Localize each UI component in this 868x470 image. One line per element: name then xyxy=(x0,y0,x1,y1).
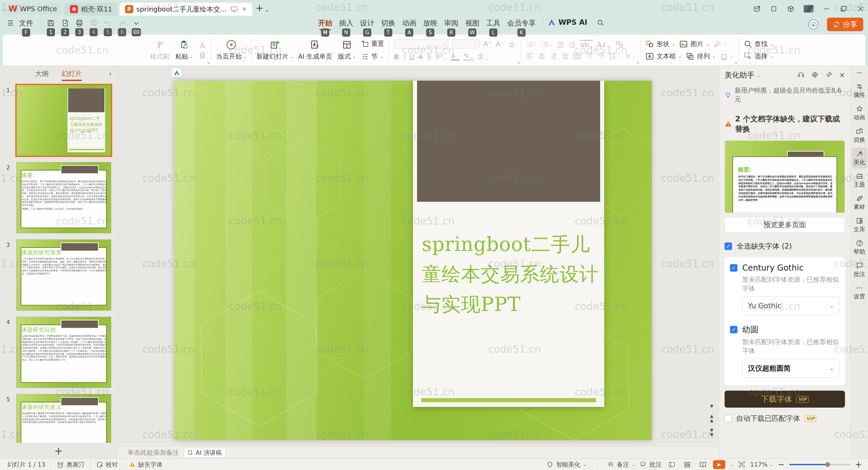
粘贴-button[interactable]: 粘贴⌄ xyxy=(174,39,194,61)
new-tab-button[interactable]: + xyxy=(256,2,263,14)
tab-current-document[interactable]: P springboot二手儿童绘本交... ✕ xyxy=(120,3,252,16)
rail-item-动画[interactable]: 动画 xyxy=(852,103,867,124)
rail-item-设置[interactable]: 设置 xyxy=(852,282,867,303)
comments-button[interactable]: 批注 xyxy=(640,461,662,469)
版式-button[interactable]: 版式⌄ xyxy=(337,39,357,61)
proofread-button[interactable]: 校对 xyxy=(96,461,118,469)
重置-button[interactable]: 重置 xyxy=(361,39,384,48)
slide-thumbnail-3[interactable]: 课题的研究背景二手儿童绘本交易系统主要通过计算机网络，对二手儿童绘本交易系统的信… xyxy=(16,239,111,311)
auto-download-option[interactable]: 自动下载已匹配字体 VIP xyxy=(725,414,845,423)
zoom-out-button[interactable]: − xyxy=(778,461,785,469)
选择-button[interactable]: 选择⌄ xyxy=(744,52,773,61)
print-icon[interactable]: 3 xyxy=(72,17,86,29)
select-all-missing-fonts[interactable]: ✓ 全选缺失字体 (2) xyxy=(725,241,845,251)
ribbon-tab-审阅[interactable]: 审阅R xyxy=(441,17,462,29)
pin-icon[interactable] xyxy=(825,71,832,79)
collapse-rail-icon[interactable]: — xyxy=(856,68,863,76)
minimize-icon[interactable] xyxy=(823,5,831,13)
notes-toggle-button[interactable]: 备注 ⌄ xyxy=(607,461,635,469)
add-slide-button[interactable]: + xyxy=(0,443,117,458)
rail-item-属性[interactable]: 属性 xyxy=(852,80,867,101)
collapse-panel-icon[interactable]: ‹ xyxy=(109,70,112,78)
rail-item-素材[interactable]: 素材 xyxy=(852,192,867,213)
zoom-slider-knob[interactable] xyxy=(825,462,830,467)
export-icon[interactable]: 2 xyxy=(58,17,72,29)
ribbon-tab-设计[interactable]: 设计G xyxy=(357,17,378,29)
ribbon-tab-放映[interactable]: 放映S xyxy=(420,17,441,29)
rail-item-文库[interactable]: 文库 xyxy=(852,215,867,236)
preview-more-pages-button[interactable]: 预览更多页面 xyxy=(725,217,845,233)
rail-item-批注[interactable]: 批注 xyxy=(852,259,867,280)
新建幻灯片-button[interactable]: 新建幻灯片⌄ xyxy=(256,39,293,61)
close-panel-icon[interactable]: ✕ xyxy=(839,71,845,79)
rail-item-主题[interactable]: 主题 xyxy=(852,170,867,191)
panel-title[interactable]: 美化助手 ⌄ xyxy=(725,70,761,80)
share-button[interactable]: 分享 xyxy=(827,18,863,31)
stereo-cube-icon[interactable] xyxy=(787,5,795,13)
missing-fonts-status[interactable]: 缺失字体 xyxy=(129,461,163,469)
slide-title-text[interactable]: springboot二手儿童绘本交易系统设计与实现PPT xyxy=(422,229,601,319)
smart-beautify-button[interactable]: 智能美化 ⌄ xyxy=(547,461,587,469)
replacement-font-select[interactable]: Yu Gothic ⌄ xyxy=(742,296,840,315)
文本框-button[interactable]: 文本框⌄ xyxy=(645,52,682,61)
cloud-upload-icon[interactable] xyxy=(807,18,820,31)
theme-button[interactable]: 奥斯汀 xyxy=(57,461,85,469)
checkbox-checked-icon[interactable]: ✓ xyxy=(730,326,737,333)
user-avatar[interactable] xyxy=(804,5,814,13)
headset-support-icon[interactable] xyxy=(797,71,805,79)
wps-ai-button[interactable]: WPS AI xyxy=(548,17,587,26)
scroll-down-icon[interactable]: ▼ xyxy=(710,404,713,408)
group-dialog-launcher-icon[interactable]: ↘ xyxy=(734,60,737,65)
ribbon-tab-切换[interactable]: 切换T xyxy=(378,17,399,29)
new-window-icon[interactable] xyxy=(770,5,778,13)
present-on-screen-icon[interactable] xyxy=(231,6,237,12)
hamburger-menu-icon[interactable]: ☰ xyxy=(7,19,14,27)
当页开始-button[interactable]: 当页开始⌄ xyxy=(216,39,246,61)
查找-button[interactable]: 查找⌄ xyxy=(744,40,773,48)
group-dialog-launcher-icon[interactable]: ↘ xyxy=(516,60,520,65)
wps-ai-assistant-icon[interactable] xyxy=(172,68,182,77)
normal-view-button[interactable] xyxy=(666,460,677,469)
replacement-font-select[interactable]: 汉仪超粗圆简 ⌄ xyxy=(742,359,840,378)
slideshow-play-button[interactable]: ▶ xyxy=(713,460,725,469)
tab-slides[interactable]: 幻灯片 xyxy=(61,68,83,80)
形状-button[interactable]: 形状⌄ xyxy=(645,40,675,48)
checkbox-checked-icon[interactable]: ✓ xyxy=(730,264,737,272)
tab-outline[interactable]: 大纲 xyxy=(35,68,50,80)
slide-text-panel[interactable]: springboot二手儿童绘本交易系统设计与实现PPT xyxy=(413,81,604,407)
rail-item-美化[interactable]: 美化 xyxy=(852,148,867,169)
slide-header-box[interactable] xyxy=(417,81,600,202)
slide-thumbnail-2[interactable]: 摘要:时代在飞速进步，每个行业都在努力发展现在先进技术，通过这些先进的技术来提高… xyxy=(16,162,111,233)
ribbon-tab-插入[interactable]: 插入N xyxy=(336,17,357,29)
member-promo[interactable]: 新用户特惠，超级会员月均价低至8.6元 xyxy=(725,86,845,104)
download-fonts-button[interactable]: 下载字体 VIP xyxy=(725,391,845,408)
slide-thumbnail-4[interactable]: 课题研究目的全球经济在快速的发展，中国更是发展中飞速。这使得国内的互联网技术进入… xyxy=(16,317,111,388)
checkbox-checked-icon[interactable]: ✓ xyxy=(725,242,732,250)
next-slide-icon[interactable]: ▼▼ xyxy=(710,428,713,437)
search-icon[interactable] xyxy=(597,17,604,26)
ai-speech-script-button[interactable]: AI 演讲稿 xyxy=(184,448,225,457)
tab-docer[interactable]: ❋ 稻壳·双11 xyxy=(64,3,118,16)
ribbon-tab-会员专享[interactable]: 会员专享K xyxy=(504,17,539,29)
AI 生成单页-button[interactable]: AI 生成单页 xyxy=(298,39,332,61)
gear-icon[interactable] xyxy=(811,71,818,79)
ribbon-tab-视图[interactable]: 视图W xyxy=(462,17,483,29)
ribbon-tab-工具[interactable]: 工具L xyxy=(483,17,504,29)
rail-item-切换[interactable]: 切换 xyxy=(852,125,867,146)
fit-to-window-icon[interactable] xyxy=(738,461,745,468)
slide-thumbnail-1[interactable]: springboot二手儿童绘本交易系统设计与实现PPT xyxy=(16,85,111,156)
tab-wps-home[interactable]: W WPS Office xyxy=(3,3,62,15)
customize-toolbar-icon[interactable]: 00 xyxy=(129,17,143,29)
reading-view-button[interactable] xyxy=(697,460,708,469)
zoom-level[interactable]: 117% ⌄ xyxy=(750,461,773,468)
slide-canvas[interactable]: springboot二手儿童绘本交易系统设计与实现PPT ▼ ▲▲ ▼▼ xyxy=(117,66,719,446)
图片-button[interactable]: 图片⌄ xyxy=(679,40,709,48)
save-icon[interactable]: 1 xyxy=(44,17,58,29)
slide-thumbnail-5[interactable]: 课题的研究意义现在拥有许多人用纸质工具存储并管理信息，网络仅仅起到一般的辅助性作… xyxy=(16,394,111,443)
zoom-slider[interactable] xyxy=(789,464,850,465)
slide-sorter-view-button[interactable] xyxy=(682,460,693,469)
maximize-icon[interactable] xyxy=(840,5,848,13)
play-options-dropdown-icon[interactable]: ⌄ xyxy=(730,462,733,467)
zoom-in-button[interactable]: + xyxy=(855,461,862,469)
group-dialog-launcher-icon[interactable]: ↘ xyxy=(206,60,210,65)
